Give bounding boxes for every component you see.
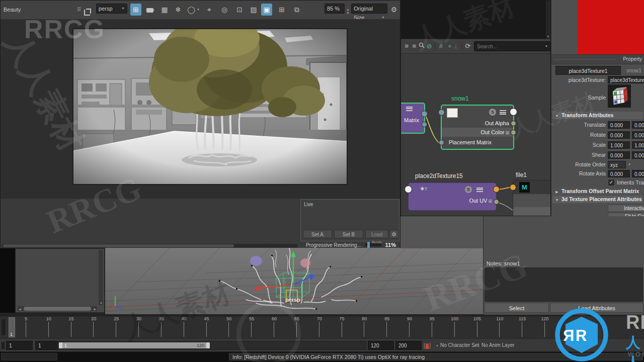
port-snow-input[interactable]: [438, 109, 445, 116]
camera-select[interactable]: persp▼: [96, 4, 127, 14]
chevron-down-icon[interactable]: ▼: [545, 45, 548, 48]
gear-icon[interactable]: ⚙: [388, 4, 399, 16]
shear-y-field[interactable]: 0.000: [632, 151, 644, 159]
aov-pass-dropdown[interactable]: Beauty: [4, 4, 21, 16]
rotate-order-select[interactable]: xyz: [608, 161, 626, 168]
perspective-viewport[interactable]: persp: [105, 246, 485, 315]
rotate-axis-x-field[interactable]: 0.000: [608, 170, 630, 177]
port-matrix-row[interactable]: [422, 122, 427, 127]
load-both-button[interactable]: Load Both: [365, 230, 388, 238]
scroll-left-icon[interactable]: ◀: [19, 307, 21, 311]
zoom-stepper[interactable]: ▲▼: [346, 5, 350, 17]
pin-icon[interactable]: ⊥: [453, 41, 459, 51]
node-row-placement-matrix[interactable]: Placement Matrix: [442, 138, 513, 147]
node-name-field[interactable]: place3dTexture1: [608, 76, 644, 83]
detail-view-icon[interactable]: ≡: [411, 41, 418, 51]
snap-render-button[interactable]: ⊞: [130, 4, 141, 16]
property-collapse-bar[interactable]: Property: [551, 54, 644, 64]
chevron-down-icon[interactable]: ▼: [628, 163, 631, 166]
timeline-ruler[interactable]: 5101520253035404550556065707580859095100…: [8, 316, 549, 338]
top-panel-scrollbar[interactable]: ▼: [546, 1, 550, 39]
node-place3dtexture-matrix[interactable]: Matrix: [401, 103, 425, 134]
rotate-axis-y-field[interactable]: 0.000: [632, 170, 644, 177]
snapshot-gear-icon[interactable]: ⚙: [389, 230, 398, 238]
set-a-button[interactable]: Set A: [303, 230, 332, 238]
range-handle-right[interactable]: [206, 342, 210, 348]
aov-grid-icon[interactable]: ▦: [159, 4, 170, 16]
port-p2d-input[interactable]: [405, 186, 412, 193]
render-view-vertical-scrollbar[interactable]: [396, 20, 399, 197]
anim-start-field[interactable]: 1: [6, 341, 33, 350]
zoom-value-field[interactable]: 85 %: [325, 4, 345, 14]
snowflake-icon[interactable]: ❄: [173, 4, 184, 16]
progress-slider[interactable]: [365, 243, 382, 246]
translate-x-field[interactable]: 0.000: [608, 121, 630, 129]
scale-x-field[interactable]: 1.000: [608, 141, 630, 149]
set-b-button[interactable]: Set B: [334, 230, 363, 238]
port-out-alpha[interactable]: [511, 121, 516, 126]
shear-x-field[interactable]: 0.000: [608, 151, 630, 159]
globe-icon[interactable]: ⊘: [426, 41, 432, 51]
range-slider-range[interactable]: 1 120: [59, 342, 210, 348]
sample-swatch[interactable]: [608, 84, 631, 108]
select-button[interactable]: Select: [485, 303, 549, 313]
time-slider[interactable]: 5101520253035404550556065707580859095100…: [0, 316, 644, 338]
node-title-place2dtexture15[interactable]: place2dTexture15: [415, 172, 463, 179]
search-icon[interactable]: [419, 41, 425, 51]
port-p2d-output[interactable]: [493, 186, 500, 193]
scrollbar-thumb[interactable]: [24, 307, 91, 311]
render-view-horizontal-scrollbar[interactable]: [2, 244, 298, 248]
chevron-down-icon[interactable]: ▼: [197, 4, 200, 16]
node-title-snow1[interactable]: snow1: [451, 95, 469, 102]
port-snow-output[interactable]: [510, 108, 517, 116]
tab-place3dtexture1[interactable]: place3dTexture1: [555, 66, 621, 75]
range-slider-groove[interactable]: 1 120: [57, 341, 366, 350]
search-input[interactable]: [474, 41, 551, 51]
crop-region-icon[interactable]: [84, 6, 90, 18]
tab-snow1[interactable]: snow1: [623, 66, 644, 75]
box-region-icon[interactable]: ⊡: [234, 4, 245, 16]
vertical-scrollbar[interactable]: ▼: [99, 250, 103, 305]
translate-y-field[interactable]: 0.000: [632, 121, 644, 129]
rotate-x-field[interactable]: 0.000: [608, 131, 630, 139]
copy-snapshot-icon[interactable]: ⧉: [291, 4, 302, 16]
notes-textarea[interactable]: [485, 267, 643, 302]
scroll-down-icon[interactable]: ▼: [100, 302, 103, 305]
scroll-down-icon[interactable]: ▼: [546, 35, 550, 38]
port-out-color[interactable]: [511, 130, 516, 135]
port-placement-matrix[interactable]: [439, 140, 444, 145]
section-3d-texture-placement[interactable]: ▼3d Texture Placement Attributes: [552, 196, 643, 203]
node-row-out-alpha[interactable]: Out Alpha: [442, 119, 513, 128]
scroll-right-icon[interactable]: ▶: [94, 307, 96, 311]
node-row-out-color[interactable]: Out Color⊞: [442, 128, 513, 137]
port-file-input[interactable]: [510, 184, 516, 191]
render-camera-icon[interactable]: [144, 4, 155, 16]
rotate-y-field[interactable]: 0.000: [632, 131, 644, 139]
port-out-matrix[interactable]: [421, 111, 428, 117]
port-out-uv[interactable]: [494, 199, 499, 205]
section-transform-attributes[interactable]: ▼Transform Attributes: [552, 112, 643, 119]
size-mode-select[interactable]: Original Size▼: [351, 4, 387, 14]
grid-snap-icon[interactable]: #: [438, 41, 444, 51]
playback-end-field[interactable]: 120: [368, 341, 394, 350]
focus-region-icon[interactable]: ◎: [219, 4, 230, 16]
scale-y-field[interactable]: 1.000: [632, 141, 644, 149]
node-place2dtexture15[interactable]: ∗T S Out UV⊞: [408, 183, 497, 211]
add-snapshot-icon[interactable]: ⊞: [276, 4, 287, 16]
node-editor-canvas[interactable]: Matrix snow1 S Out Alpha Out Color⊞ Plac…: [401, 54, 550, 216]
section-offset-parent-matrix[interactable]: ▶Transform Offset Parent Matrix: [552, 188, 643, 195]
inherits-transform-checkbox[interactable]: ✓: [608, 179, 615, 186]
interactive-placement-button[interactable]: Interactive: [608, 205, 644, 212]
node-file1[interactable]: M: [513, 180, 550, 216]
list-view-icon[interactable]: ≡: [404, 41, 410, 51]
diagonal-stripes-icon[interactable]: ▨: [248, 4, 259, 16]
refresh-icon[interactable]: ⟳: [464, 41, 471, 51]
snow-swatch[interactable]: [447, 108, 458, 118]
target-region-icon[interactable]: ⌖: [204, 4, 215, 16]
anim-end-field[interactable]: 200: [395, 341, 422, 350]
range-handle-left[interactable]: [59, 342, 62, 348]
bucket-toggle-button[interactable]: ▣: [261, 4, 272, 16]
load-attributes-button[interactable]: Load Attributes: [550, 303, 643, 313]
command-line-field[interactable]: [1, 353, 57, 360]
horizontal-scrollbar[interactable]: ◀ ▶: [18, 306, 97, 311]
